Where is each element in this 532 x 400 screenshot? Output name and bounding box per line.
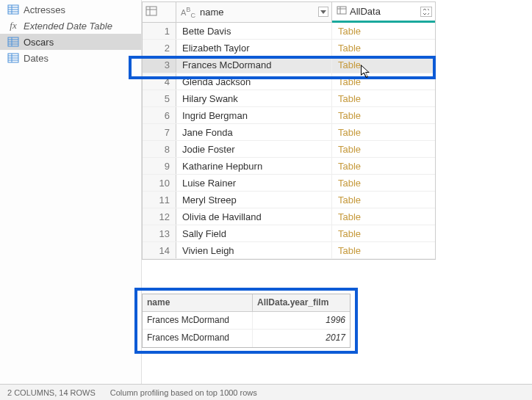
grid-header-row: ABC name AllData (143, 2, 435, 23)
svg-rect-19 (337, 7, 346, 14)
row-index[interactable]: 10 (143, 175, 176, 191)
query-item-label: Actresses (24, 4, 65, 15)
table-row[interactable]: 13Sally FieldTable (143, 225, 435, 242)
detail-header-year[interactable]: AllData.year_film (253, 294, 350, 311)
status-cols-rows: 2 COLUMNS, 14 ROWS (7, 388, 96, 397)
query-item-dates[interactable]: Dates (0, 50, 141, 66)
cell-alldata-link[interactable]: Table (332, 107, 435, 123)
svg-rect-15 (146, 7, 157, 15)
column-header-alldata-label: AllData (350, 6, 381, 17)
queries-pane: ActressesfxExtended Date TableOscarsDate… (0, 0, 142, 384)
query-item-label: Extended Date Table (24, 21, 112, 32)
cell-name[interactable]: Katharine Hepburn (176, 158, 332, 174)
table-row[interactable]: 3Frances McDormandTable (143, 57, 435, 73)
table-row[interactable]: 11Meryl StreepTable (143, 192, 435, 208)
table-icon (7, 52, 19, 64)
detail-header-row: name AllData.year_film (143, 294, 350, 312)
cell-name[interactable]: Ingrid Bergman (176, 107, 332, 123)
cell-alldata-link[interactable]: Table (332, 124, 435, 140)
function-icon: fx (7, 20, 19, 32)
query-item-oscars[interactable]: Oscars (0, 34, 141, 50)
row-index[interactable]: 6 (143, 107, 176, 123)
row-index[interactable]: 1 (143, 23, 176, 39)
row-index[interactable]: 11 (143, 192, 176, 208)
detail-row[interactable]: Frances McDormand1996 (143, 312, 350, 330)
status-profiling: Column profiling based on top 1000 rows (110, 388, 257, 397)
table-row[interactable]: 8Jodie FosterTable (143, 141, 435, 158)
table-type-icon (337, 5, 347, 18)
row-index[interactable]: 12 (143, 208, 176, 225)
cell-name[interactable]: Hilary Swank (176, 90, 332, 106)
table-row[interactable]: 9Katharine HepburnTable (143, 158, 435, 175)
detail-cell-year: 2017 (253, 330, 350, 347)
table-row[interactable]: 10Luise RainerTable (143, 175, 435, 192)
table-row[interactable]: 7Jane FondaTable (143, 124, 435, 141)
table-row[interactable]: 4Glenda JacksonTable (143, 73, 435, 90)
cell-alldata-link[interactable]: Table (332, 57, 435, 73)
cell-alldata-link[interactable]: Table (332, 73, 435, 90)
cell-alldata-link[interactable]: Table (332, 40, 435, 56)
cell-name[interactable]: Elizabeth Taylor (176, 40, 332, 56)
column-header-name[interactable]: ABC name (176, 2, 332, 22)
cell-name[interactable]: Luise Rainer (176, 175, 332, 191)
cell-name[interactable]: Glenda Jackson (176, 73, 332, 90)
detail-header-name[interactable]: name (143, 294, 253, 311)
query-item-label: Oscars (24, 37, 54, 48)
table-icon (7, 36, 19, 48)
table-row[interactable]: 5Hilary SwankTable (143, 90, 435, 107)
cell-alldata-link[interactable]: Table (332, 225, 435, 241)
column-header-name-label: name (200, 7, 224, 18)
status-bar: 2 COLUMNS, 14 ROWS Column profiling base… (0, 384, 532, 400)
query-item-label: Dates (24, 53, 48, 64)
preview-detail-table: name AllData.year_film Frances McDormand… (142, 294, 351, 348)
row-index[interactable]: 4 (143, 73, 176, 90)
detail-cell-name: Frances McDormand (143, 312, 253, 329)
row-index[interactable]: 2 (143, 40, 176, 56)
cell-name[interactable]: Olivia de Havilland (176, 208, 332, 225)
table-row[interactable]: 2Elizabeth TaylorTable (143, 40, 435, 57)
table-row[interactable]: 6Ingrid BergmanTable (143, 107, 435, 124)
expand-column-button[interactable] (420, 7, 432, 17)
table-icon (145, 5, 157, 19)
detail-cell-name: Frances McDormand (143, 330, 253, 347)
cell-name[interactable]: Jodie Foster (176, 141, 332, 157)
row-index[interactable]: 3 (143, 57, 176, 73)
cell-alldata-link[interactable]: Table (332, 242, 435, 258)
row-index[interactable]: 14 (143, 242, 176, 258)
detail-row[interactable]: Frances McDormand2017 (143, 330, 350, 347)
cell-name[interactable]: Meryl Streep (176, 192, 332, 208)
table-row[interactable]: 14Vivien LeighTable (143, 242, 435, 259)
row-index[interactable]: 9 (143, 158, 176, 174)
column-header-alldata[interactable]: AllData (332, 2, 435, 23)
cell-alldata-link[interactable]: Table (332, 175, 435, 191)
row-index[interactable]: 8 (143, 141, 176, 157)
query-item-actresses[interactable]: Actresses (0, 1, 141, 18)
text-type-icon: ABC (181, 6, 195, 19)
table-icon (7, 4, 19, 15)
cell-name[interactable]: Jane Fonda (176, 124, 332, 140)
table-row[interactable]: 12Olivia de HavillandTable (143, 208, 435, 225)
cell-name[interactable]: Bette Davis (176, 23, 332, 39)
data-grid: ABC name AllData (142, 1, 436, 260)
preview-detail-table-wrapper: name AllData.year_film Frances McDormand… (142, 294, 351, 348)
table-row[interactable]: 1Bette DavisTable (143, 23, 435, 40)
cell-alldata-link[interactable]: Table (332, 208, 435, 225)
row-index[interactable]: 13 (143, 225, 176, 241)
cell-alldata-link[interactable]: Table (332, 158, 435, 174)
grid-corner-cell[interactable] (143, 2, 176, 22)
cell-alldata-link[interactable]: Table (332, 141, 435, 157)
row-index[interactable]: 5 (143, 90, 176, 106)
cell-name[interactable]: Frances McDormand (176, 57, 332, 73)
cell-name[interactable]: Vivien Leigh (176, 242, 332, 258)
cell-name[interactable]: Sally Field (176, 225, 332, 241)
content-pane: ABC name AllData (142, 0, 532, 384)
svg-marker-18 (320, 10, 326, 14)
cell-alldata-link[interactable]: Table (332, 23, 435, 39)
detail-cell-year: 1996 (253, 312, 350, 329)
cell-alldata-link[interactable]: Table (332, 192, 435, 208)
row-index[interactable]: 7 (143, 124, 176, 140)
column-filter-dropdown[interactable] (318, 7, 328, 17)
query-item-extended-date-table[interactable]: fxExtended Date Table (0, 18, 141, 34)
cell-alldata-link[interactable]: Table (332, 90, 435, 106)
